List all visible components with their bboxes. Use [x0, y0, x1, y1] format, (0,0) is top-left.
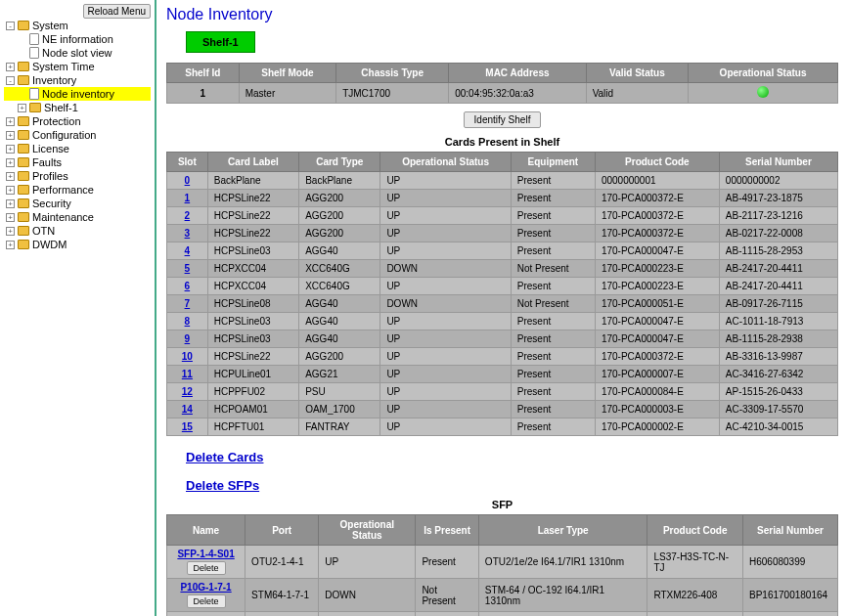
- sfp-row: P10G-1-7-1DeleteSTM64-1-7-1DOWNNot Prese…: [167, 579, 838, 612]
- nav-item-inventory[interactable]: -Inventory: [4, 73, 151, 87]
- cell: AB-3316-13-9987: [719, 348, 837, 366]
- expand-icon[interactable]: +: [6, 145, 15, 154]
- expand-icon[interactable]: +: [6, 186, 15, 195]
- nav-item-node-slot-view[interactable]: Node slot view: [4, 46, 151, 60]
- cell: Present: [511, 278, 595, 295]
- cell: A0615109189: [743, 612, 838, 617]
- expand-icon[interactable]: -: [6, 76, 15, 85]
- cell: Present: [511, 383, 595, 401]
- slot-link[interactable]: 15: [182, 421, 193, 432]
- nav-label: Maintenance: [32, 211, 94, 223]
- cell: P10G-1-7-1Delete: [167, 579, 245, 612]
- expand-icon[interactable]: +: [6, 199, 15, 208]
- cell: HCPSLine03: [207, 313, 298, 330]
- cell: RTXM226-408: [647, 579, 743, 612]
- shelf-tab[interactable]: Shelf-1: [186, 31, 255, 53]
- col-header: Port: [245, 515, 319, 546]
- slot-link[interactable]: 6: [185, 281, 191, 291]
- delete-sfps-link[interactable]: Delete SFPs: [186, 478, 838, 493]
- nav-item-node-inventory[interactable]: Node inventory: [4, 87, 151, 101]
- delete-button[interactable]: Delete: [187, 594, 226, 608]
- nav-item-shelf-1[interactable]: +Shelf-1: [4, 101, 151, 114]
- expand-icon[interactable]: +: [6, 241, 15, 249]
- document-icon: [29, 33, 39, 45]
- cell: Not Present: [416, 612, 478, 617]
- nav-label: System Time: [32, 61, 95, 72]
- slot-link[interactable]: 11: [182, 369, 193, 379]
- cell: STM64-1-7-1: [245, 579, 319, 612]
- slot-link[interactable]: 2: [185, 210, 191, 221]
- nav-item-license[interactable]: +License: [4, 142, 151, 155]
- cell: AB-1115-28-2953: [719, 242, 837, 260]
- cell: HCPSLine08: [207, 295, 298, 313]
- expand-icon[interactable]: -: [6, 22, 15, 30]
- shelf-valid: Valid: [586, 83, 689, 104]
- expand-icon[interactable]: +: [6, 131, 15, 140]
- slot-link[interactable]: 3: [185, 228, 191, 239]
- col-header: Operational Status: [319, 515, 416, 546]
- nav-item-profiles[interactable]: +Profiles: [4, 169, 151, 183]
- expand-icon[interactable]: +: [6, 213, 15, 222]
- cell: Not Present: [416, 579, 478, 612]
- slot-link[interactable]: 0: [185, 175, 191, 186]
- nav-item-protection[interactable]: +Protection: [4, 114, 151, 128]
- col-header: Operational Status: [380, 153, 511, 172]
- reload-menu-button[interactable]: Reload Menu: [83, 4, 151, 19]
- slot-link[interactable]: 7: [185, 298, 191, 309]
- nav-label: NE information: [42, 33, 113, 45]
- cell: Not Present: [511, 295, 595, 313]
- cell: 5: [167, 260, 208, 278]
- expand-icon[interactable]: +: [6, 117, 15, 126]
- nav-label: Node slot view: [42, 47, 112, 59]
- expand-icon[interactable]: +: [6, 172, 15, 181]
- cell: UP: [380, 207, 511, 225]
- slot-link[interactable]: 9: [185, 333, 191, 344]
- slot-link[interactable]: 4: [185, 245, 191, 256]
- nav-item-system-time[interactable]: +System Time: [4, 60, 151, 73]
- expand-icon[interactable]: +: [6, 158, 15, 167]
- slot-link[interactable]: 1: [185, 193, 191, 203]
- nav-item-otn[interactable]: +OTN: [4, 224, 151, 238]
- nav-item-ne-information[interactable]: NE information: [4, 32, 151, 46]
- nav-item-dwdm[interactable]: +DWDM: [4, 238, 151, 251]
- cell: 10: [167, 348, 208, 366]
- slot-link[interactable]: 5: [185, 263, 191, 274]
- card-row: 5HCPXCC04XCC640GDOWNNot Present170-PCA00…: [167, 260, 838, 278]
- slot-link[interactable]: 10: [182, 351, 193, 362]
- cell: UP: [319, 546, 416, 579]
- expand-icon[interactable]: +: [6, 227, 15, 236]
- cell: BP161700180164: [743, 579, 838, 612]
- cell: AB-1115-28-2938: [719, 330, 837, 348]
- nav-item-system[interactable]: -System: [4, 19, 151, 32]
- shelf-chassis: TJMC1700: [336, 83, 449, 104]
- cell: Present: [511, 313, 595, 330]
- sfp-table: NamePortOperational StatusIs PresentLase…: [166, 514, 838, 616]
- expand-icon[interactable]: +: [18, 104, 26, 112]
- slot-link[interactable]: 14: [182, 404, 193, 415]
- folder-icon: [18, 240, 29, 249]
- nav-item-configuration[interactable]: +Configuration: [4, 128, 151, 142]
- cell: 170-PCA000084-E: [595, 383, 719, 401]
- nav-item-performance[interactable]: +Performance: [4, 183, 151, 197]
- cell: UP: [380, 313, 511, 330]
- cell: UP: [380, 348, 511, 366]
- nav-item-maintenance[interactable]: +Maintenance: [4, 210, 151, 224]
- slot-link[interactable]: 12: [182, 386, 193, 397]
- expand-icon[interactable]: +: [6, 63, 15, 71]
- delete-button[interactable]: Delete: [187, 561, 226, 575]
- sfp-name-link[interactable]: P10G-1-7-1: [173, 582, 239, 593]
- identify-shelf-button[interactable]: Identify Shelf: [464, 111, 542, 128]
- slot-link[interactable]: 8: [185, 316, 191, 327]
- cell: HCPULine01: [207, 366, 298, 383]
- col-header: Valid Status: [586, 64, 689, 83]
- delete-cards-link[interactable]: Delete Cards: [186, 450, 838, 464]
- sfp-row: SFP-1-4-S01DeleteOTU2-1-4-1UPPresentOTU2…: [167, 546, 838, 579]
- expand-icon: [18, 49, 26, 58]
- cell: SFP-1-4-S01Delete: [167, 546, 245, 579]
- nav-item-security[interactable]: +Security: [4, 197, 151, 210]
- cell: 170-PCA000003-E: [595, 401, 719, 418]
- cell: HCPSLine22: [207, 207, 298, 225]
- sfp-name-link[interactable]: SFP-1-4-S01: [173, 549, 239, 559]
- card-row: 9HCPSLine03AGG40UPPresent170-PCA000047-E…: [167, 330, 838, 348]
- nav-item-faults[interactable]: +Faults: [4, 155, 151, 169]
